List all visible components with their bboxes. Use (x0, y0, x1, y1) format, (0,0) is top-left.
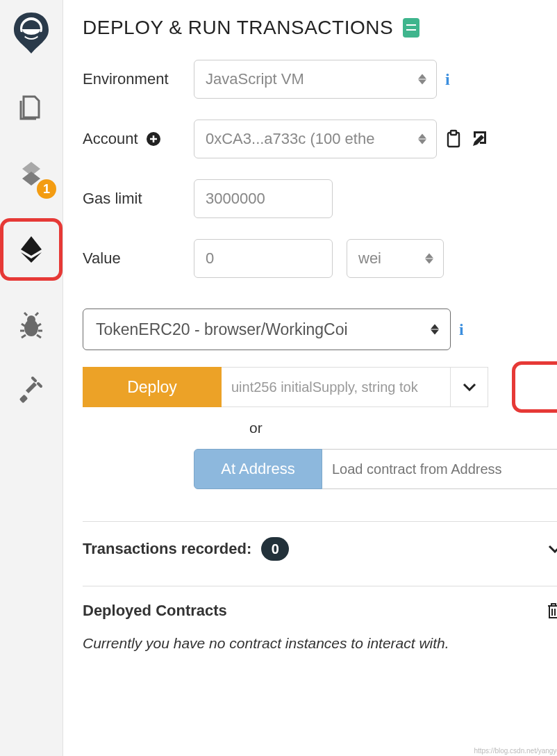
plugin-manager-icon[interactable] (10, 370, 52, 411)
watermark: https://blog.csdn.net/yangyongdehao30 (474, 747, 557, 755)
svg-line-13 (35, 313, 38, 315)
chevron-down-icon (463, 383, 476, 391)
trash-icon[interactable] (545, 602, 557, 620)
deploy-params-input[interactable]: uint256 initialSupply, string tok (222, 367, 451, 407)
svg-rect-21 (451, 131, 456, 135)
account-select[interactable]: 0xCA3...a733c (100 ethe (194, 120, 437, 158)
svg-rect-14 (19, 395, 28, 404)
debugger-icon[interactable] (10, 304, 52, 346)
chevron-down-icon[interactable] (548, 545, 557, 553)
deploy-run-panel: DEPLOY & RUN TRANSACTIONS Environment Ja… (63, 0, 557, 756)
compiler-icon[interactable]: 1 (10, 153, 52, 195)
svg-point-5 (27, 315, 35, 324)
docs-icon[interactable] (403, 18, 419, 38)
deployed-contracts-title: Deployed Contracts (83, 602, 227, 620)
svg-point-2 (18, 32, 25, 39)
add-account-icon[interactable] (145, 131, 162, 147)
account-label: Account (83, 130, 194, 148)
environment-label: Environment (83, 70, 194, 88)
svg-line-11 (37, 335, 41, 338)
value-unit-select[interactable]: wei (347, 239, 444, 278)
tx-recorded-label: Transactions recorded: (83, 540, 251, 558)
panel-title: DEPLOY & RUN TRANSACTIONS (83, 17, 393, 39)
svg-line-16 (38, 384, 41, 386)
contract-select[interactable]: TokenERC20 - browser/WorkingCoi (83, 309, 451, 350)
file-explorer-icon[interactable] (10, 88, 52, 129)
info-icon[interactable]: i (445, 70, 450, 89)
gas-limit-label: Gas limit (83, 190, 194, 208)
deploy-run-icon[interactable] (0, 218, 63, 281)
or-label: or (249, 420, 557, 436)
environment-select[interactable]: JavaScript VM (194, 60, 437, 99)
value-input[interactable] (194, 239, 333, 278)
svg-line-12 (24, 313, 27, 315)
svg-point-3 (38, 32, 44, 39)
remix-logo-icon[interactable] (10, 13, 52, 54)
tx-recorded-count: 0 (261, 537, 289, 561)
deployed-empty-message: Currently you have no contract instances… (83, 632, 557, 655)
at-address-button[interactable]: At Address (194, 449, 322, 489)
value-label: Value (83, 249, 194, 268)
gas-limit-input[interactable] (194, 179, 333, 218)
clipboard-icon[interactable] (445, 129, 462, 149)
deploy-button[interactable]: Deploy (83, 367, 222, 407)
svg-line-15 (33, 378, 35, 381)
at-address-input[interactable] (322, 449, 557, 489)
compiler-badge: 1 (37, 179, 56, 199)
info-icon[interactable]: i (459, 320, 464, 339)
deploy-expand-button[interactable] (451, 367, 488, 407)
svg-line-10 (22, 335, 26, 338)
edit-icon[interactable] (472, 129, 490, 147)
icon-sidebar: 1 (0, 0, 63, 756)
